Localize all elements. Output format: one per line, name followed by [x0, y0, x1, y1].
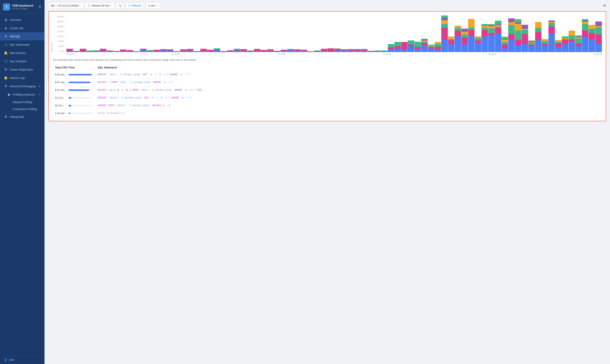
cluster-diagnostics-icon: ☰: [4, 68, 8, 71]
sidebar-item-key-visualizer[interactable]: ⬡ Key Visualizer: [0, 57, 44, 65]
bar-segment: [327, 48, 334, 51]
sql-keyword: SET: [144, 96, 149, 99]
bar-segment: [147, 52, 153, 52]
bar-group-73: [555, 15, 562, 52]
bar-group-3: [87, 15, 93, 52]
sidebar-item-top-sql[interactable]: ≡ Top SQL: [0, 32, 44, 40]
sql-plain: `a` = ?: [179, 96, 191, 99]
bar-segment: [281, 51, 287, 52]
bar-segment: [80, 49, 86, 51]
other-statements: Other Statements i: [98, 112, 599, 115]
sidebar-item-profiling-instances[interactable]: ◉ Profiling Instances ∧: [0, 90, 44, 99]
bar-segment: [408, 44, 414, 46]
settings-button[interactable]: ⚙: [603, 3, 606, 8]
sidebar-item-label-key-visualizer: Key Visualizer: [10, 60, 27, 63]
bar-group-70: [535, 15, 542, 52]
sidebar-item-debug-data[interactable]: ⚙ Debug Data: [0, 113, 44, 121]
bar-segment: [468, 28, 475, 30]
cpu-time-cell-4: 50.79 s: [53, 102, 95, 109]
bar-segment: [401, 42, 408, 49]
bar-segment: [428, 47, 435, 49]
bar-segment: [200, 49, 207, 51]
sidebar-item-sql-statements[interactable]: ◇ SQL Statements: [0, 40, 44, 49]
sidebar-item-cluster-info[interactable]: ◈ Cluster Info: [0, 24, 44, 32]
sidebar-item-continuous-profiling[interactable]: Continuous Profiling: [0, 106, 44, 113]
sql-cell-1: SELECT * FROM `test`.`t_normal_oltp` WHE…: [95, 78, 602, 86]
cpu-time-cell-1: 8.87 min: [53, 78, 95, 86]
bar-group-42: [348, 15, 354, 52]
sql-keyword: FROM: [111, 81, 117, 84]
table-row[interactable]: 50.79 sINSERT INTO `test2`.`t_normal_olt…: [53, 102, 602, 109]
bar-segment: [582, 22, 588, 24]
interval-selector[interactable]: 1 min ▾: [146, 3, 160, 9]
time-range-selector[interactable]: 🕐 Recent 30 min ▾: [85, 3, 114, 9]
bar-segment: [354, 49, 361, 51]
bar-segment: [455, 36, 461, 52]
bar-segment: [502, 44, 508, 49]
bar-group-31: [274, 15, 280, 52]
bar-segment: [588, 40, 595, 52]
bar-segment: [488, 26, 495, 28]
bar-segment: [414, 49, 421, 52]
bar-segment: [448, 44, 455, 52]
bar-group-63: [488, 15, 495, 52]
bar-group-27: [247, 15, 254, 52]
x-label-3: 22:15:00: [383, 53, 391, 55]
sidebar-item-search-logs[interactable]: 🔔 Search Logs: [0, 74, 44, 82]
refresh-button[interactable]: ↻ Refresh: [126, 3, 144, 9]
y-label-4: 16.00 s: [53, 30, 64, 32]
sidebar-item-overview[interactable]: ⊞ Overview: [0, 16, 44, 24]
table-row[interactable]: 9.20 minUPDATE `test`.`t_normal_oltp` SE…: [53, 71, 602, 78]
bar-segment: [461, 44, 468, 52]
bar-segment: [414, 42, 421, 47]
bar-segment: [307, 52, 314, 52]
bar-segment: [582, 19, 588, 21]
sidebar-header: T TiDB Dashboard PD v6.1.0-alpha ☰: [0, 0, 44, 14]
sidebar-item-slow-queries[interactable]: 🔔 Slow Queries: [0, 49, 44, 57]
bar-segment: [595, 44, 602, 52]
sidebar-item-advanced-debugging[interactable]: ⚙ Advanced Debugging ∧: [0, 82, 44, 90]
x-label-5: 22:25:00: [594, 53, 602, 55]
table-row[interactable]: 8.21 minSELECT sum (`a` + `b`) FROM `tes…: [53, 86, 602, 94]
cpu-time-value: 1.32 min: [55, 112, 66, 115]
bar-segment: [200, 51, 207, 52]
refresh-label: Refresh: [132, 4, 141, 7]
x-label-0: 22:00:00: [66, 53, 75, 55]
bar-segment: [140, 49, 147, 50]
bar-segment: [475, 40, 481, 44]
bar-group-14: [160, 15, 167, 52]
bar-segment: [502, 49, 508, 52]
bar-segment: [394, 46, 401, 49]
bar-segment: [140, 50, 147, 52]
bar-group-2: [80, 15, 86, 52]
bar-segment: [401, 49, 408, 52]
sidebar-item-manual-profiling[interactable]: Manual Profiling: [0, 99, 44, 106]
bar-group-52: [414, 15, 421, 52]
bar-segment: [66, 49, 73, 51]
cpu-time-value: 8.21 min: [55, 89, 66, 91]
bar-segment: [555, 42, 562, 43]
table-row[interactable]: 51.13 sUPDATE `test2`.`t_normal_oltp` SE…: [53, 94, 602, 102]
table-row[interactable]: 1.32 minOther Statements i: [53, 109, 602, 117]
bar-segment: [455, 26, 461, 28]
instance-selector[interactable]: tikv - 172.31.6.2:20160 ▾: [48, 3, 83, 9]
bar-segment: [341, 51, 347, 52]
bar-segment: [582, 37, 588, 52]
cpu-time-value: 51.13 s: [55, 96, 66, 99]
bar-segment: [502, 37, 508, 39]
bar-segment: [408, 46, 414, 52]
x-label-4: 22:20:00: [488, 53, 496, 55]
bar-group-64: [495, 15, 502, 52]
bar-group-0: [66, 15, 73, 52]
bar-group-6: [107, 15, 113, 52]
bar-segment: [80, 51, 86, 52]
bar-segment: [548, 26, 555, 34]
table-row[interactable]: 8.87 minSELECT * FROM `test`.`t_normal_o…: [53, 78, 602, 86]
bar-group-37: [314, 15, 321, 52]
sidebar-item-cluster-diagnostics[interactable]: ☰ Cluster Diagnostics: [0, 65, 44, 74]
bar-group-54: [428, 15, 435, 52]
menu-icon[interactable]: ☰: [38, 5, 41, 9]
sql-normal: (...): [161, 104, 170, 107]
zoom-out-button[interactable]: 🔍: [116, 3, 124, 9]
sql-cell-5: Other Statements i: [95, 109, 602, 117]
